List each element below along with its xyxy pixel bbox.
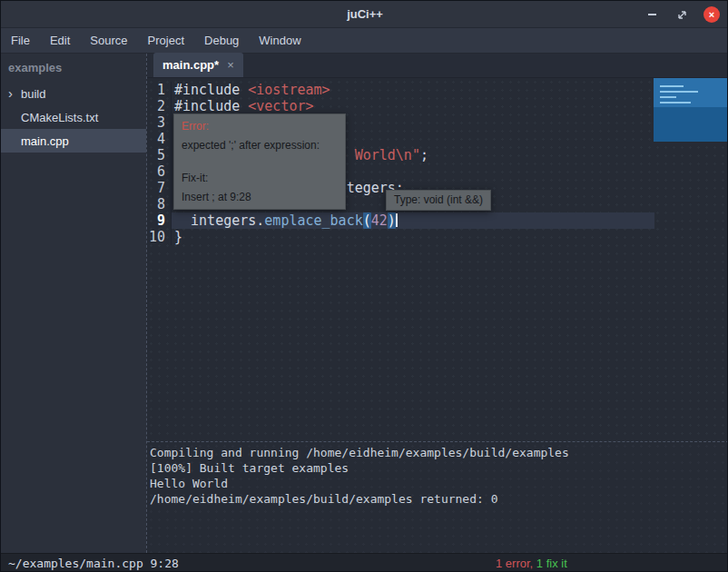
code-text: } (172, 229, 182, 245)
overview-line (660, 96, 676, 98)
error-tooltip-message: expected ';' after expression: (182, 139, 338, 153)
sidebar-item-cmakelists[interactable]: CMakeLists.txt (1, 105, 146, 129)
line-number: 6 (147, 163, 172, 180)
maximize-icon (676, 9, 688, 21)
fixit-count: 1 fix it (536, 557, 567, 570)
type-tooltip-text: Type: void (int &&) (394, 193, 483, 207)
statusbar: ~/examples/main.cpp 9:28 1 error, 1 fix … (1, 553, 728, 572)
menu-source[interactable]: Source (80, 28, 137, 53)
diagnostics-separator: , (530, 557, 536, 570)
overview-line (660, 91, 698, 93)
terminal-line: Hello World (147, 476, 728, 491)
code-text: #include <vector> (172, 98, 314, 114)
terminal-output[interactable]: Compiling and running /home/eidheim/exam… (147, 441, 728, 553)
code-text: #include <iostream> (172, 82, 330, 98)
text-cursor (396, 213, 398, 227)
fixit-text: Insert ; at 9:28 (182, 191, 338, 204)
tab-maincpp[interactable]: main.cpp* × (153, 53, 243, 77)
sidebar-item-maincpp[interactable]: main.cpp (1, 129, 146, 153)
close-icon: × (709, 6, 714, 23)
tab-label: main.cpp* (162, 58, 219, 72)
minimize-icon (648, 14, 656, 15)
error-tooltip: Error: expected ';' after expression: Fi… (173, 113, 346, 210)
line-number: 9 (147, 212, 172, 229)
line-number: 8 (147, 196, 172, 212)
status-diagnostics: 1 error, 1 fix it (496, 557, 567, 570)
line-number: 3 (147, 114, 172, 131)
project-name-label: examples (1, 54, 146, 82)
terminal-line: /home/eidheim/examples/build/examples re… (147, 491, 728, 507)
line-number: 7 (147, 180, 172, 196)
menubar: File Edit Source Project Debug Window (1, 28, 728, 54)
tab-close-icon[interactable]: × (227, 58, 234, 72)
maximize-button[interactable] (674, 6, 690, 23)
line-number: 10 (147, 229, 172, 245)
titlebar: juCi++ × (1, 1, 728, 28)
window-controls: × (644, 1, 720, 28)
type-tooltip: Type: void (int &&) (386, 190, 491, 211)
chevron-right-icon: › (8, 85, 13, 101)
line-number: 5 (147, 147, 172, 163)
menu-project[interactable]: Project (138, 28, 194, 53)
minimize-button[interactable] (644, 6, 660, 23)
terminal-line: [100%] Built target examples (147, 460, 728, 476)
code-overview (654, 78, 728, 142)
tabbar: main.cpp* × (147, 54, 728, 78)
sidebar-item-label: build (21, 87, 45, 101)
sidebar-item-build[interactable]: › build (1, 82, 146, 105)
code-line: 1 #include <iostream> (147, 82, 728, 98)
menu-debug[interactable]: Debug (194, 28, 249, 53)
sidebar-item-label: main.cpp (21, 134, 69, 148)
line-number: 1 (147, 82, 172, 98)
code-line: 2 #include <vector> (147, 98, 728, 114)
terminal-line: Compiling and running /home/eidheim/exam… (147, 445, 728, 460)
menu-edit[interactable]: Edit (40, 28, 80, 53)
status-file-position: ~/examples/main.cpp 9:28 (8, 557, 179, 570)
window-title: juCi++ (347, 7, 383, 21)
error-tooltip-title: Error: (182, 120, 338, 133)
overview-line (660, 102, 691, 104)
file-tree-sidebar: examples › build CMakeLists.txt main.cpp (1, 54, 146, 553)
line-number: 4 (147, 131, 172, 147)
overview-line (660, 85, 684, 87)
code-line: 10 } (147, 229, 728, 245)
menu-window[interactable]: Window (249, 28, 310, 53)
code-line-current: 9 integers.emplace_back(42) (147, 212, 728, 229)
menu-file[interactable]: File (1, 28, 40, 53)
line-number: 2 (147, 98, 172, 114)
fixit-label: Fix-it: (182, 172, 338, 185)
app-window: juCi++ × File Edit Source Project Debug … (0, 0, 728, 572)
sidebar-item-label: CMakeLists.txt (21, 111, 98, 124)
error-count: 1 error (496, 557, 530, 570)
code-text: integers.emplace_back(42) (172, 212, 654, 229)
close-button[interactable]: × (703, 6, 720, 23)
